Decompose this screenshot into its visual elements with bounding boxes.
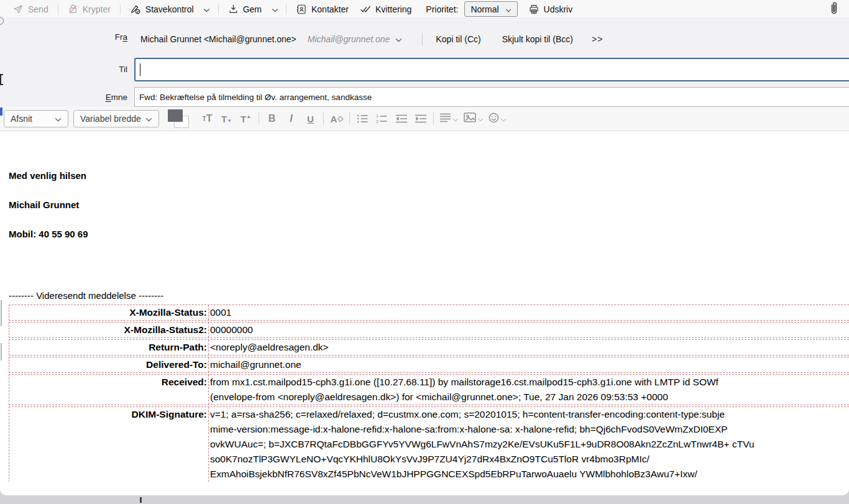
text-color-picker[interactable] (168, 109, 191, 128)
header-table-row: X-Mozilla-Status: 0001 (9, 305, 849, 321)
bold-button[interactable]: B (264, 111, 280, 127)
header-table-row: Return-Path: <noreply@aeldresagen.dk> (9, 339, 849, 355)
spellcheck-label: Stavekontrol (145, 4, 194, 14)
compose-window-screenshot: { "toolbar": { "send": "Send", "encrypt"… (0, 0, 849, 504)
chevron-down-icon (395, 34, 402, 44)
text-caret (140, 63, 140, 76)
contacts-label: Kontakter (311, 4, 349, 14)
chevron-down-icon (145, 114, 152, 124)
save-download-icon (228, 4, 239, 14)
encrypt-label: Krypter (83, 4, 111, 14)
signature-line: Michail Grunnet (9, 199, 849, 211)
spellcheck-button[interactable]: Stavekontrol (124, 1, 200, 17)
chevron-down-icon (203, 4, 210, 15)
contacts-button[interactable]: Kontakter (290, 1, 354, 17)
save-dropdown-button[interactable] (267, 1, 282, 17)
header-field-value: from mx1.cst.mailpod15-cph3.g1i.one ([10… (209, 375, 849, 405)
eraser-icon (337, 116, 344, 122)
print-button[interactable]: Udskriv (523, 1, 579, 17)
chevron-down-icon (55, 114, 62, 124)
numbered-list-button[interactable]: 12 (374, 111, 390, 127)
paragraph-format-value: Afsnit (11, 114, 32, 124)
toolbar-separator (286, 4, 287, 15)
header-field-name: Received: (9, 375, 209, 405)
format-separator (259, 112, 259, 125)
spellcheck-dropdown-button[interactable] (200, 1, 214, 17)
priority-select[interactable]: Normal (464, 1, 517, 17)
chevron-down-icon (452, 113, 459, 124)
image-icon (464, 112, 476, 125)
compose-toolbar: Send Krypter Stavekontrol Gem (0, 0, 849, 19)
send-icon (13, 4, 24, 14)
chevron-down-icon (272, 4, 278, 15)
header-field-name: Return-Path: (9, 340, 209, 355)
priority-label: Prioritet: (426, 4, 458, 14)
send-label: Send (28, 4, 48, 14)
subject-label: Emne (0, 93, 127, 102)
underline-button[interactable]: U (303, 111, 318, 127)
message-header-pane: Fra Michail Grunnet <Michail@grunnet.one… (0, 19, 849, 107)
header-field-value: v=1; a=rsa-sha256; c=relaxed/relaxed; d=… (209, 407, 849, 482)
more-recipients-button[interactable]: >> (585, 32, 610, 47)
print-label: Udskriv (544, 4, 573, 14)
chevron-down-icon (477, 113, 484, 124)
foreground-color-swatch (168, 109, 183, 122)
from-account-dropdown[interactable]: Michail@grunnet.one (308, 34, 403, 44)
font-size-icon[interactable]: TT (200, 111, 215, 127)
formatting-toolbar: Afsnit Variabel bredde TT T▼ T▲ B I U A … (0, 107, 849, 131)
insert-image-dropdown[interactable] (464, 112, 484, 125)
toolbar-separator (120, 4, 121, 15)
save-label: Gem (243, 4, 262, 14)
header-table-row: Delivered-To: michail@grunnet.one (9, 357, 849, 373)
header-field-value: <noreply@aeldresagen.dk> (209, 340, 849, 355)
bullet-list-button[interactable] (355, 111, 370, 127)
to-label: Til (0, 65, 127, 74)
cc-button[interactable]: Kopi til (Cc) (429, 32, 487, 47)
font-select[interactable]: Variabel bredde (73, 110, 159, 127)
header-field-value: 0001 (209, 305, 849, 320)
toolbar-separator (58, 4, 58, 15)
background-window-artifact (1, 300, 2, 326)
message-body-editor[interactable]: Med venlig hilsen Michail Grunnet Mobil:… (0, 132, 849, 482)
background-window-artifact (0, 108, 2, 116)
encrypt-button[interactable]: Krypter (62, 1, 116, 17)
spellcheck-pen-icon (130, 4, 141, 15)
send-button[interactable]: Send (7, 1, 54, 17)
header-field-value: 00000000 (209, 323, 849, 337)
header-table-row: DKIM-Signature: v=1; a=rsa-sha256; c=rel… (9, 406, 849, 482)
subject-value: Fwd: Bekræftelse på tilmelding til Øv. a… (139, 93, 372, 102)
header-table-row: X-Mozilla-Status2: 00000000 (9, 322, 849, 338)
signature-line: Mobil: 40 55 90 69 (9, 228, 849, 240)
header-field-value: michail@grunnet.one (209, 357, 849, 372)
chevron-down-icon (505, 4, 512, 14)
to-input[interactable] (134, 58, 849, 81)
format-separator (433, 112, 434, 125)
format-separator (349, 112, 350, 125)
increase-font-size-icon[interactable]: T▲ (238, 111, 254, 127)
attach-button[interactable] (825, 1, 843, 17)
receipt-button[interactable]: Kvittering (354, 1, 417, 17)
insert-smiley-dropdown[interactable] (489, 112, 507, 126)
save-button[interactable]: Gem (223, 1, 267, 17)
indent-button[interactable] (413, 111, 428, 127)
bcc-button[interactable]: Skjult kopi til (Bcc) (495, 32, 580, 47)
background-window-artifact (140, 497, 142, 503)
decrease-font-size-icon[interactable]: T▼ (219, 111, 234, 127)
svg-text:2: 2 (376, 119, 379, 124)
italic-button[interactable]: I (283, 111, 299, 127)
header-table-row: Received: from mx1.cst.mailpod15-cph3.g1… (9, 374, 849, 405)
outdent-button[interactable] (393, 111, 409, 127)
toolbar-separator (218, 4, 219, 15)
format-separator (323, 112, 324, 125)
forwarded-message-divider: -------- Videresendt meddelelse -------- (9, 290, 849, 301)
remove-format-button[interactable]: A (329, 111, 344, 127)
alignment-dropdown[interactable] (439, 113, 459, 125)
from-account-value: Michail@grunnet.one (308, 34, 390, 44)
subject-input[interactable]: Fwd: Bekræftelse på tilmelding til Øv. a… (134, 87, 849, 107)
align-text-icon (439, 113, 451, 125)
from-identity[interactable]: Michail Grunnet <Michail@grunnet.one> (140, 34, 296, 44)
compose-window: Send Krypter Stavekontrol Gem (0, 0, 849, 495)
paragraph-format-select[interactable]: Afsnit (4, 110, 68, 127)
chevron-down-icon (500, 113, 507, 124)
header-field-name: DKIM-Signature: (9, 407, 209, 482)
